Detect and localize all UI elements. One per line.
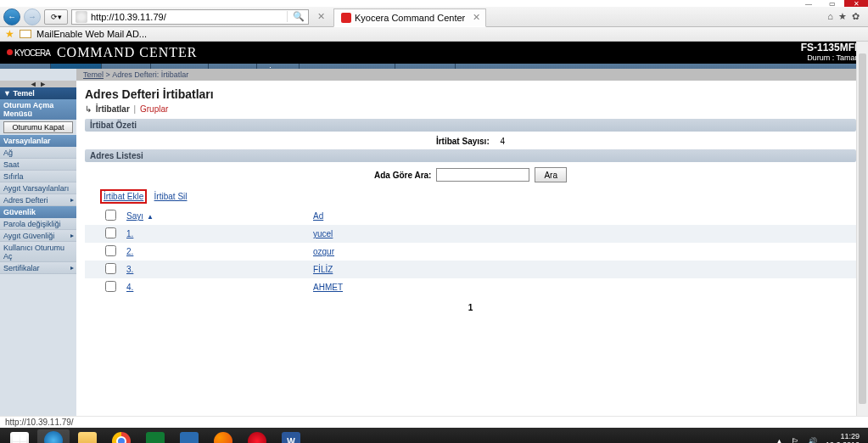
sidebar-item-sifirla[interactable]: Sıfırla [0,171,76,182]
row-number-link[interactable]: 1. [126,229,133,238]
sidebar-item-saat[interactable]: Saat [0,159,76,171]
select-all-checkbox[interactable] [105,210,116,221]
start-button[interactable] [3,429,36,443]
taskbar: W ▲ 🏳 🔊 11:29 19.2.2016 [0,428,868,443]
sidebar-item-parola[interactable]: Parola değişikliği [0,218,76,230]
row-name-link[interactable]: FİLİZ [313,265,333,274]
tray-flag-icon[interactable]: 🏳 [792,437,799,443]
add-contact-highlight: İrtibat Ekle [100,189,147,204]
browser-back-button[interactable]: ← [3,8,20,25]
favorites-bar: ★ MailEnable Web Mail AD... [0,27,868,42]
tab-close-icon[interactable]: ✕ [473,12,480,23]
home-icon[interactable]: ⌂ [827,11,833,22]
contact-count-label: İrtibat Sayısı: [436,137,490,146]
search-row: Ada Göre Ara: Ara [85,164,856,186]
sidebar-group-oturum: Oturum Açma Menüsü [0,99,76,120]
favorite-link[interactable]: MailEnable Web Mail AD... [36,29,147,39]
browser-status-bar: http://10.39.11.79/ [0,416,868,428]
app-title: COMMAND CENTER [57,45,198,60]
mail-icon [20,30,31,38]
device-status: Durum : Tamam [801,54,861,63]
col-name-header[interactable]: Ad [313,211,323,221]
row-name-link[interactable]: ozgur [313,247,334,256]
sidebar-item-adres-defteri[interactable]: Adres Defteri [0,194,76,206]
browser-url-box[interactable]: http://10.39.11.79/ 🔍 [71,9,309,25]
row-name-link[interactable]: yucel [313,229,333,238]
logout-button[interactable]: Oturumu Kapat [3,121,73,133]
sidebar-item-aygit-guvenligi[interactable]: Aygıt Güvenliği [0,230,76,242]
sidebar-group-guvenlik: Güvenlik [0,206,76,218]
sub-tabs: ↳ İrtibatlar | Gruplar [85,104,856,114]
taskbar-explorer[interactable] [71,429,104,443]
sidebar-item-sertifikalar[interactable]: Sertifikalar [0,262,76,274]
row-checkbox[interactable] [105,245,116,256]
add-favorite-icon[interactable]: ★ [5,28,14,40]
search-label: Ada Göre Ara: [374,171,431,180]
row-checkbox[interactable] [105,263,116,274]
taskbar-opera[interactable] [241,429,273,443]
row-number-link[interactable]: 3. [126,265,133,274]
search-input[interactable] [436,168,529,182]
favorite-icon[interactable]: ★ [838,11,847,22]
tray-overflow-icon[interactable]: ▲ [776,437,783,443]
breadcrumb-current: Adres Defteri: İrtibatlar [112,70,188,79]
sidebar-item-kullanici-oturumu[interactable]: Kullanıcı Oturumu Aç [0,242,76,262]
browser-search-icon[interactable]: 🔍 [287,11,305,22]
delete-contact-link[interactable]: İrtibat Sil [154,192,188,201]
section-summary-header: İrtibat Özeti [85,119,856,132]
col-number-header[interactable]: Sayı [126,211,143,221]
page-scrollbar[interactable] [856,42,868,416]
taskbar-ie[interactable] [37,429,70,443]
sort-asc-icon: ▲ [147,213,154,221]
page-favicon-icon [76,11,87,23]
tray-volume-icon[interactable]: 🔊 [808,437,817,443]
section-list-header: Adres Listesi [85,149,856,162]
window-close-button[interactable]: ✕ [844,0,868,7]
browser-forward-button[interactable]: → [24,8,41,25]
brand-text: KYOCERA [14,48,50,58]
pagination: 1 [85,296,856,319]
taskbar-store[interactable] [139,429,171,443]
sidebar-item-aygit-varsayilanlari[interactable]: Aygıt Varsayılanları [0,182,76,194]
sidebar-group-varsayilanlar: Varsayılanlar [0,135,76,147]
table-row: 1.yucel [85,225,856,243]
add-contact-link[interactable]: İrtibat Ekle [104,192,143,201]
window-maximize-button[interactable]: ▭ [820,0,844,7]
row-number-link[interactable]: 2. [126,247,133,256]
taskbar-word[interactable]: W [275,429,307,443]
sidebar: Temel > Adres Defteri: İrtibatlar ◄ ► ▼ … [0,69,76,416]
table-row: 3.FİLİZ [85,261,856,278]
action-links: İrtibat Ekle İrtibat Sil [85,186,856,207]
window-minimize-button[interactable]: — [797,0,820,7]
subtab-gruplar[interactable]: Gruplar [140,104,168,114]
browser-tab[interactable]: Kyocera Command Center ✕ [333,8,486,27]
tools-icon[interactable]: ✿ [852,11,860,22]
sidebar-item-ag[interactable]: Ağ [0,147,76,159]
row-checkbox[interactable] [105,281,116,292]
system-tray: ▲ 🏳 🔊 11:29 19.2.2016 [776,433,865,443]
row-number-link[interactable]: 4. [126,283,133,292]
browser-stop-icon[interactable]: ✕ [317,11,325,22]
browser-toolbar: ← → ⟳▾ http://10.39.11.79/ 🔍 ✕ Kyocera C… [0,7,868,27]
row-name-link[interactable]: AHMET [313,283,343,292]
browser-refresh-dropdown[interactable]: ⟳▾ [44,9,68,25]
status-text: http://10.39.11.79/ [5,418,74,427]
tab-title: Kyocera Command Center [355,13,465,23]
tab-favicon-icon [341,13,351,23]
taskbar-chrome[interactable] [105,429,137,443]
contact-count-value: 4 [501,137,506,146]
subtab-irtibatlar[interactable]: İrtibatlar [96,104,130,114]
row-checkbox[interactable] [105,227,116,238]
breadcrumb-root-link[interactable]: Temel [83,70,104,79]
search-button[interactable]: Ara [535,167,567,182]
subtab-arrow-icon: ↳ [85,104,92,114]
sidebar-toggle[interactable]: ◄ ► [0,81,76,87]
sidebar-section-temel[interactable]: ▼ Temel [0,87,76,99]
taskbar-app1[interactable] [173,429,205,443]
scrollbar-thumb[interactable] [859,53,866,404]
table-row: 2.ozgur [85,243,856,261]
taskbar-firefox[interactable] [207,429,239,443]
kyocera-logo-icon [7,49,13,55]
taskbar-clock[interactable]: 11:29 19.2.2016 [826,433,860,443]
page-title: Adres Defteri İrtibatları [85,87,856,101]
